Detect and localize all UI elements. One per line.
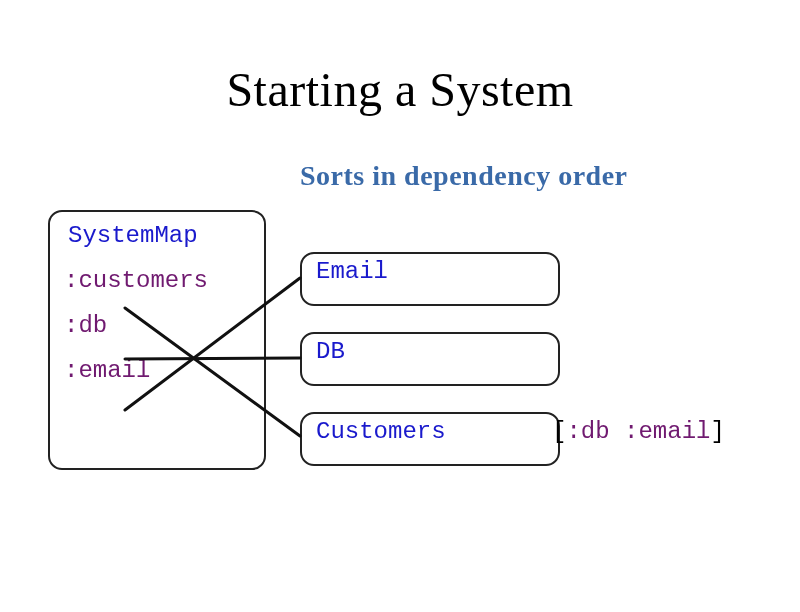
component-db-box: DB — [300, 332, 560, 386]
customers-deps-label: [:db :email] — [552, 418, 725, 445]
deps-email-kw: :email — [624, 418, 710, 445]
systemmap-box: SystemMap :customers :db :email — [48, 210, 266, 470]
component-email-label: Email — [316, 258, 388, 285]
component-email-box: Email — [300, 252, 560, 306]
deps-open-bracket: [ — [552, 418, 566, 445]
systemmap-key-db: :db — [64, 312, 252, 339]
systemmap-key-customers: :customers — [64, 267, 252, 294]
slide-subtitle: Sorts in dependency order — [300, 160, 628, 192]
systemmap-label: SystemMap — [68, 222, 252, 249]
component-customers-box: Customers — [300, 412, 560, 466]
deps-db-kw: :db — [566, 418, 609, 445]
component-customers-label: Customers — [316, 418, 446, 445]
deps-close-bracket: ] — [710, 418, 724, 445]
deps-space — [610, 418, 624, 445]
slide-title: Starting a System — [0, 62, 800, 117]
systemmap-key-email: :email — [64, 357, 252, 384]
component-db-label: DB — [316, 338, 345, 365]
